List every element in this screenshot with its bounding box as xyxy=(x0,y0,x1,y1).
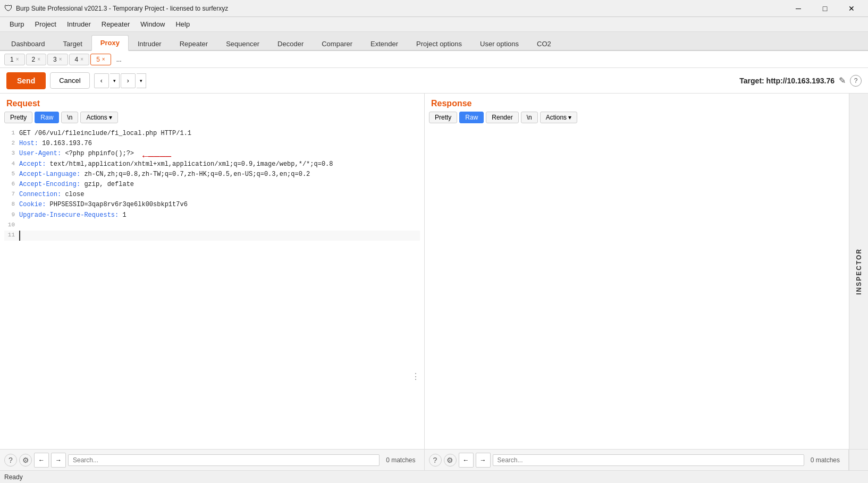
request-panel-toolbar: Pretty Raw \n Actions ▾ xyxy=(0,112,424,126)
response-search-section: ? ⚙ ← → 0 matches xyxy=(425,450,849,470)
cancel-button[interactable]: Cancel xyxy=(50,72,89,89)
response-code-area[interactable] xyxy=(425,126,849,449)
response-search-settings-button[interactable]: ⚙ xyxy=(444,454,457,467)
inspector-panel: INSPECTOR xyxy=(849,94,868,449)
tab-extender[interactable]: Extender xyxy=(361,36,407,51)
tab-proxy[interactable]: Proxy xyxy=(91,35,129,51)
app-title: Burp Suite Professional v2021.3 - Tempor… xyxy=(16,5,786,12)
tab-sequencer[interactable]: Sequencer xyxy=(217,36,268,51)
request-pretty-button[interactable]: Pretty xyxy=(4,112,32,123)
help-button[interactable]: ? xyxy=(850,75,862,87)
request-search-matches: 0 matches xyxy=(382,456,419,464)
code-line-1: 1 GET /06/vul/fileinclude/fi_local.php H… xyxy=(4,129,420,139)
code-line-11: 11 xyxy=(4,231,420,241)
request-raw-button[interactable]: Raw xyxy=(35,112,59,123)
request-actions-chevron: ▾ xyxy=(109,114,112,121)
request-search-prev-button[interactable]: ← xyxy=(34,453,49,468)
response-panel-toolbar: Pretty Raw Render \n Actions ▾ xyxy=(425,112,849,126)
menu-window[interactable]: Window xyxy=(135,18,170,30)
request-tab-4[interactable]: 4× xyxy=(69,54,90,65)
request-panel-title: Request xyxy=(0,94,424,112)
inspector-spacer xyxy=(849,450,868,470)
request-tab-more[interactable]: ... xyxy=(112,54,126,65)
code-area-menu-dots[interactable]: ⋮ xyxy=(411,371,420,385)
menu-repeater[interactable]: Repeater xyxy=(96,18,135,30)
menubar: Burp Project Intruder Repeater Window He… xyxy=(0,17,868,32)
request-actions-label: Actions xyxy=(86,114,107,121)
response-actions-button[interactable]: Actions ▾ xyxy=(540,112,577,123)
request-actions-button[interactable]: Actions ▾ xyxy=(80,112,117,123)
status-text: Ready xyxy=(4,473,23,481)
tab-project-options[interactable]: Project options xyxy=(407,36,471,51)
response-actions-chevron: ▾ xyxy=(568,114,571,121)
tab-intruder[interactable]: Intruder xyxy=(129,36,171,51)
tab-co2[interactable]: CO2 xyxy=(528,36,560,51)
code-line-4: 4 Accept: text/html,application/xhtml+xm… xyxy=(4,159,420,170)
menu-project[interactable]: Project xyxy=(29,18,61,30)
response-raw-button[interactable]: Raw xyxy=(459,112,484,123)
inspector-label: INSPECTOR xyxy=(855,248,863,295)
red-arrow-annotation: ←———— xyxy=(142,149,171,164)
request-search-help-button[interactable]: ? xyxy=(4,454,17,467)
send-button[interactable]: Send xyxy=(6,72,46,89)
menu-help[interactable]: Help xyxy=(170,18,195,30)
target-label: Target: http://10.163.193.76 xyxy=(739,77,835,85)
response-search-input[interactable] xyxy=(493,454,804,466)
code-line-5: 5 Accept-Language: zh-CN,zh;q=0.8,zh-TW;… xyxy=(4,170,420,180)
request-tab-3[interactable]: 3× xyxy=(47,54,68,65)
next-dropdown[interactable]: ▾ xyxy=(137,73,146,88)
response-search-help-button[interactable]: ? xyxy=(429,454,442,467)
bottom-search-bar: ? ⚙ ← → 0 matches ? ⚙ ← → 0 matches xyxy=(0,449,868,470)
request-panel: Request Pretty Raw \n Actions ▾ 1 GET /0… xyxy=(0,94,425,449)
statusbar: Ready xyxy=(0,470,868,483)
app-icon: 🛡 xyxy=(4,4,13,13)
maximize-button[interactable]: □ xyxy=(813,0,837,17)
tab-decoder[interactable]: Decoder xyxy=(268,36,313,51)
prev-dropdown[interactable]: ▾ xyxy=(110,73,120,88)
tab-repeater[interactable]: Repeater xyxy=(171,36,217,51)
menu-intruder[interactable]: Intruder xyxy=(62,18,96,30)
response-search-matches: 0 matches xyxy=(806,456,844,464)
response-panel: Response Pretty Raw Render \n Actions ▾ xyxy=(425,94,849,449)
response-render-button[interactable]: Render xyxy=(486,112,518,123)
response-search-prev-button[interactable]: ← xyxy=(459,453,474,468)
code-line-3: 3 User-Agent: <?php phpinfo();?> ←———— xyxy=(4,149,420,159)
response-panel-title: Response xyxy=(425,94,849,112)
target-info: Target: http://10.163.193.76 ✎ ? xyxy=(739,75,862,87)
request-search-next-button[interactable]: → xyxy=(51,453,66,468)
request-code-area[interactable]: 1 GET /06/vul/fileinclude/fi_local.php H… xyxy=(0,126,424,449)
request-tab-5[interactable]: 5× xyxy=(90,54,111,65)
toolbar: Send Cancel ‹ ▾ › ▾ Target: http://10.16… xyxy=(0,68,868,94)
tab-comparer[interactable]: Comparer xyxy=(313,36,361,51)
menu-burp[interactable]: Burp xyxy=(4,18,29,30)
response-actions-label: Actions xyxy=(546,114,567,121)
request-newline-button[interactable]: \n xyxy=(61,112,78,123)
main-content: Request Pretty Raw \n Actions ▾ 1 GET /0… xyxy=(0,94,868,449)
request-tab-2[interactable]: 2× xyxy=(26,54,47,65)
tab-dashboard[interactable]: Dashboard xyxy=(2,36,54,51)
code-line-8: 8 Cookie: PHPSESSID=3qap8rv6r3qe6lk00sbk… xyxy=(4,200,420,210)
request-search-settings-button[interactable]: ⚙ xyxy=(19,454,32,467)
titlebar: 🛡 Burp Suite Professional v2021.3 - Temp… xyxy=(0,0,868,17)
code-line-10: 10 xyxy=(4,221,420,231)
edit-target-button[interactable]: ✎ xyxy=(839,75,846,86)
tab-user-options[interactable]: User options xyxy=(471,36,528,51)
response-search-next-button[interactable]: → xyxy=(476,453,491,468)
minimize-button[interactable]: ─ xyxy=(786,0,811,17)
code-line-7: 7 Connection: close xyxy=(4,190,420,200)
request-search-input[interactable] xyxy=(68,454,380,466)
request-tabs: 1× 2× 3× 4× 5× ... xyxy=(0,51,868,68)
nav-tabs: Dashboard Target Proxy Intruder Repeater… xyxy=(0,32,868,51)
request-search-section: ? ⚙ ← → 0 matches xyxy=(0,450,425,470)
next-button[interactable]: › xyxy=(121,73,136,88)
prev-button[interactable]: ‹ xyxy=(94,73,109,88)
code-line-6: 6 Accept-Encoding: gzip, deflate xyxy=(4,180,420,190)
close-button[interactable]: ✕ xyxy=(839,0,864,17)
response-newline-button[interactable]: \n xyxy=(521,112,538,123)
code-line-9: 9 Upgrade-Insecure-Requests: 1 xyxy=(4,210,420,221)
tab-target[interactable]: Target xyxy=(54,36,91,51)
response-pretty-button[interactable]: Pretty xyxy=(429,112,457,123)
request-tab-1[interactable]: 1× xyxy=(4,54,25,65)
nav-arrows: ‹ ▾ › ▾ xyxy=(94,73,146,88)
code-line-2: 2 Host: 10.163.193.76 xyxy=(4,139,420,149)
